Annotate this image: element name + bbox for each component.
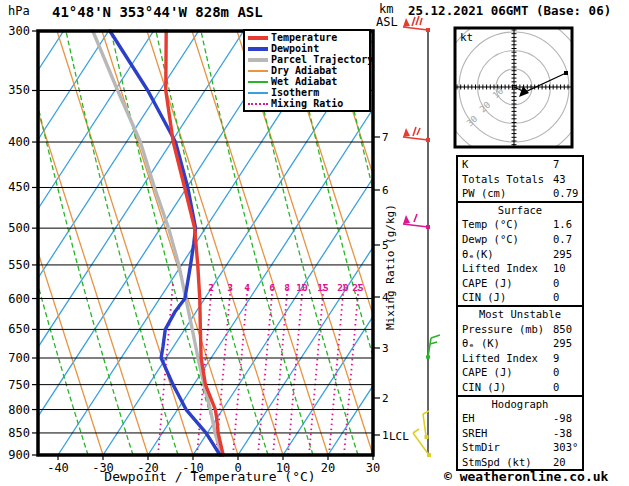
- row-value: 0.79: [553, 186, 578, 201]
- row-label: Totals Totals: [462, 173, 544, 185]
- table-row: Lifted Index10: [458, 261, 582, 276]
- row-value: 0: [553, 365, 559, 380]
- legend-swatch: [248, 92, 268, 94]
- mixing-ratio-value-labels: 2346810152025: [208, 282, 364, 293]
- x-axis-label: Dewpoint / Temperature (°C): [90, 469, 330, 484]
- row-label: CIN (J): [462, 291, 506, 303]
- row-label: SREH: [462, 427, 487, 439]
- row-label: Lifted Index: [462, 352, 538, 364]
- svg-text:1: 1: [382, 429, 389, 442]
- svg-text:650: 650: [8, 322, 30, 336]
- row-value: 1.6: [553, 217, 572, 232]
- legend-swatch: [248, 36, 268, 40]
- row-label: EH: [462, 412, 475, 424]
- svg-text:2: 2: [208, 282, 214, 293]
- hodograph-trace: [514, 71, 568, 97]
- table-row: CIN (J)0: [458, 290, 582, 305]
- svg-text:800: 800: [8, 403, 30, 417]
- copyright-footer: © weatheronline.co.uk: [444, 469, 608, 484]
- row-value: 295: [553, 247, 572, 262]
- svg-text:30: 30: [366, 461, 380, 475]
- table-row: SREH-38: [458, 426, 582, 441]
- svg-text:LCL: LCL: [389, 430, 409, 443]
- hodograph: 102030kt: [441, 14, 587, 160]
- row-label: θₑ(K): [462, 248, 494, 260]
- row-label: StmSpd (kt): [462, 456, 532, 468]
- wind-barb-red-7km: [403, 127, 430, 142]
- row-label: CAPE (J): [462, 366, 513, 378]
- row-label: Temp (°C): [462, 218, 519, 230]
- table-row: CAPE (J)0: [458, 365, 582, 380]
- row-value: 10: [553, 261, 566, 276]
- svg-text:700: 700: [8, 351, 30, 365]
- table-surface: SurfaceTemp (°C)1.6Dewp (°C)0.7θₑ(K)295L…: [456, 201, 584, 307]
- pressure-tick-labels: 300350400450500550600650700750800850900: [8, 24, 38, 462]
- row-label: Dewp (°C): [462, 233, 519, 245]
- legend-swatch: [248, 103, 268, 105]
- row-value: 0: [553, 380, 559, 395]
- table-title: Most Unstable: [458, 307, 582, 322]
- table-row: CAPE (J)0: [458, 276, 582, 291]
- row-label: Pressure (mb): [462, 323, 544, 335]
- table-row: θₑ (K)295: [458, 336, 582, 351]
- table-title: Surface: [458, 203, 582, 218]
- hodograph-ring-label: 10: [491, 86, 506, 101]
- wind-barb-magenta: [403, 214, 430, 229]
- svg-text:-40: -40: [47, 461, 69, 475]
- row-label: Lifted Index: [462, 262, 538, 274]
- row-value: 43: [553, 172, 566, 187]
- table-row: CIN (J)0: [458, 380, 582, 395]
- row-label: θₑ (K): [462, 337, 500, 349]
- table-row: K7: [458, 157, 582, 172]
- table-row: EH-98: [458, 411, 582, 426]
- legend-label: Dewpoint: [271, 43, 319, 54]
- hodograph-unit-label: kt: [460, 31, 473, 44]
- table-row: Lifted Index9: [458, 351, 582, 366]
- legend-label: Dry Adiabat: [271, 65, 337, 76]
- table-row: θₑ(K)295: [458, 247, 582, 262]
- skewt-sounding-page: { "header": { "left_unit": "hPa", "title…: [0, 0, 629, 486]
- wind-barb-red-top: [403, 16, 430, 32]
- row-value: 0: [553, 290, 559, 305]
- legend-swatch: [248, 81, 268, 83]
- legend-swatch: [248, 47, 268, 51]
- legend-swatch: [248, 58, 268, 62]
- table-row: PW (cm)0.79: [458, 186, 582, 201]
- table-row: Totals Totals43: [458, 172, 582, 187]
- indices-tables: K7Totals Totals43PW (cm)0.79SurfaceTemp …: [456, 155, 584, 471]
- svg-text:25: 25: [352, 282, 364, 293]
- table-title: Hodograph: [458, 397, 582, 412]
- row-value: 20: [553, 455, 566, 470]
- svg-text:750: 750: [8, 378, 30, 392]
- table-indices: K7Totals Totals43PW (cm)0.79: [456, 155, 584, 203]
- svg-text:6: 6: [382, 184, 389, 197]
- mixing-ratio-axis-label: Mixing Ratio (g/kg): [384, 204, 397, 330]
- row-value: 850: [553, 322, 572, 337]
- svg-text:900: 900: [8, 448, 30, 462]
- svg-text:400: 400: [8, 135, 30, 149]
- row-label: PW (cm): [462, 187, 506, 199]
- row-label: CAPE (J): [462, 277, 513, 289]
- row-value: -38: [553, 426, 572, 441]
- svg-text:20: 20: [337, 282, 349, 293]
- svg-text:3: 3: [382, 342, 389, 355]
- legend-item-wet-adiabat: Wet Adiabat: [248, 76, 369, 87]
- svg-text:550: 550: [8, 258, 30, 272]
- row-label: StmDir: [462, 441, 500, 453]
- row-value: 9: [553, 351, 559, 366]
- svg-text:4: 4: [244, 282, 250, 293]
- legend-label: Isotherm: [271, 87, 319, 98]
- svg-text:8: 8: [284, 282, 290, 293]
- table-most-unstable: Most UnstablePressure (mb)850θₑ (K)295Li…: [456, 305, 584, 397]
- hodograph-ring-label: 20: [478, 100, 493, 115]
- table-row: Temp (°C)1.6: [458, 217, 582, 232]
- legend-label: Temperature: [271, 32, 337, 43]
- legend-item-temperature: Temperature: [248, 32, 369, 43]
- row-value: -98: [553, 411, 572, 426]
- legend-item-mixing-ratio: Mixing Ratio: [248, 98, 369, 109]
- table-row: Pressure (mb)850: [458, 322, 582, 337]
- legend-swatch: [248, 70, 268, 72]
- row-label: K: [462, 158, 468, 170]
- svg-text:15: 15: [317, 282, 329, 293]
- row-label: CIN (J): [462, 381, 506, 393]
